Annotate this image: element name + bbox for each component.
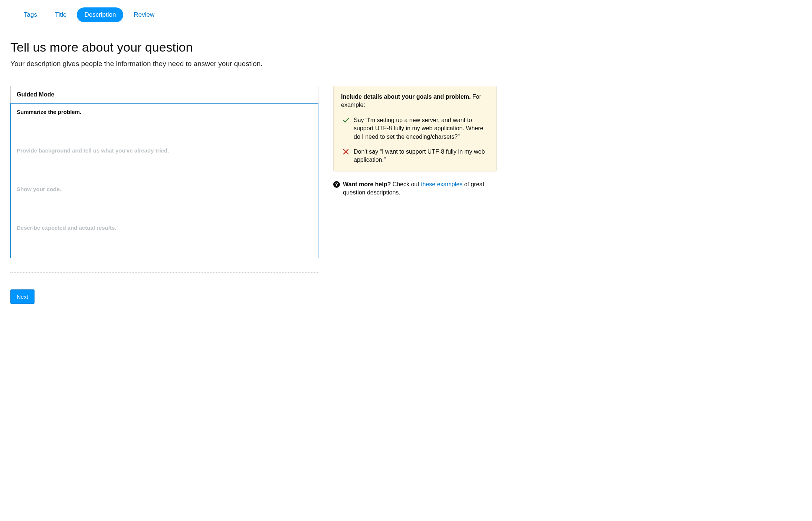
tab-description[interactable]: Description — [77, 7, 123, 22]
next-button[interactable]: Next — [10, 289, 35, 304]
check-icon — [343, 117, 349, 124]
page-subtitle: Your description gives people the inform… — [10, 60, 802, 68]
divider — [10, 281, 318, 281]
help-more-before: Check out — [391, 181, 421, 187]
guided-mode-body[interactable]: Summarize the problem. Provide backgroun… — [10, 103, 318, 258]
prompt-code[interactable]: Show your code. — [11, 181, 318, 219]
tip-dont: Don't say “I want to support UTF-8 fully… — [341, 148, 489, 164]
wizard-tabs: Tags Title Description Review — [10, 7, 802, 22]
tab-tags[interactable]: Tags — [16, 7, 45, 22]
help-more: ? Want more help? Check out these exampl… — [333, 180, 497, 197]
tip-dont-text: Don't say “I want to support UTF-8 fully… — [354, 148, 489, 164]
tab-review[interactable]: Review — [126, 7, 162, 22]
prompt-summarize-label: Summarize the problem. — [17, 109, 312, 115]
prompt-code-label: Show your code. — [17, 186, 312, 192]
tips-intro: Include details about your goals and pro… — [341, 93, 489, 109]
x-icon — [343, 148, 349, 155]
page-title: Tell us more about your question — [10, 40, 802, 55]
guided-mode-box: Guided Mode Summarize the problem. Provi… — [10, 86, 318, 258]
prompt-results[interactable]: Describe expected and actual results. — [11, 219, 318, 258]
prompt-background[interactable]: Provide background and tell us what you'… — [11, 142, 318, 181]
tip-do-text: Say “I'm setting up a new server, and wa… — [354, 116, 489, 141]
prompt-summarize[interactable]: Summarize the problem. — [11, 104, 318, 142]
tip-do: Say “I'm setting up a new server, and wa… — [341, 116, 489, 141]
divider — [10, 272, 318, 273]
prompt-background-label: Provide background and tell us what you'… — [17, 147, 312, 154]
question-mark-icon: ? — [333, 181, 340, 188]
prompt-results-label: Describe expected and actual results. — [17, 225, 312, 231]
guided-mode-header: Guided Mode — [11, 86, 318, 104]
tab-title[interactable]: Title — [48, 7, 74, 22]
help-more-bold: Want more help? — [343, 181, 391, 187]
tips-box: Include details about your goals and pro… — [333, 86, 497, 171]
examples-link[interactable]: these examples — [421, 181, 462, 187]
svg-text:?: ? — [335, 182, 338, 187]
